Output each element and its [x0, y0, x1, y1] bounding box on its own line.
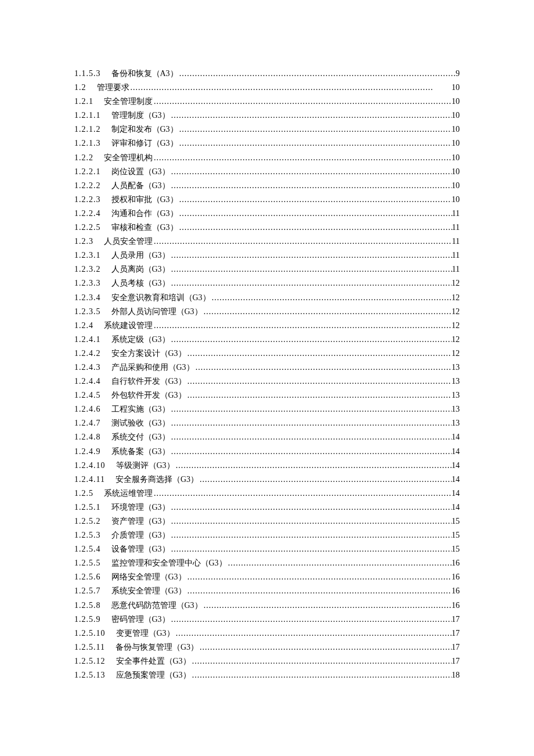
toc-number: 1.2.3	[74, 235, 93, 249]
toc-number: 1.2.3.1	[74, 249, 101, 262]
toc-number: 1.2.1	[74, 95, 93, 109]
toc-entry: 1.2.2.2人员配备（G3）.........................…	[74, 179, 460, 193]
toc-entry: 1.2.5.12安全事件处置（G3）......................…	[74, 654, 460, 668]
toc-entry: 1.2.4.1系统定级（G3）.........................…	[74, 333, 460, 347]
toc-leader-dots: ........................................…	[170, 528, 452, 542]
toc-title: 介质管理（G3）	[111, 528, 170, 542]
toc-leader-dots: ........................................…	[170, 445, 452, 459]
toc-page-number: 12	[452, 333, 460, 347]
toc-page-number: 11	[452, 262, 460, 276]
toc-leader-dots: ........................................…	[170, 613, 452, 627]
toc-entry: 1.2.3.5外部人员访问管理（G3）.....................…	[74, 305, 460, 319]
toc-page-number: 17	[452, 654, 460, 668]
toc-page-number: 11	[452, 221, 460, 235]
toc-entry: 1.2.5.10变更管理（G3）........................…	[74, 627, 460, 640]
toc-number: 1.2.5.2	[74, 514, 101, 528]
toc-page-number: 15	[452, 542, 460, 556]
toc-leader-dots: ........................................…	[178, 123, 452, 136]
toc-page-number: 16	[452, 570, 460, 584]
toc-leader-dots: ........................................…	[153, 235, 452, 249]
toc-leader-dots: ........................................…	[211, 291, 452, 305]
toc-entry: 1.2.4.2安全方案设计（G3）.......................…	[74, 347, 460, 361]
toc-number: 1.1.5.3	[74, 67, 101, 81]
toc-number: 1.2.4.7	[74, 416, 101, 430]
toc-entry: 1.2.4.9系统备案（G3）.........................…	[74, 445, 460, 459]
toc-leader-dots: ........................................…	[186, 375, 452, 388]
toc-number: 1.2.3.5	[74, 305, 101, 319]
toc-title: 授权和审批（G3）	[111, 193, 178, 207]
toc-entry: 1.2.1.1管理制度（G3）.........................…	[74, 109, 460, 123]
toc-title: 测试验收（G3）	[111, 416, 170, 430]
toc-number: 1.2.1.1	[74, 109, 101, 123]
toc-title: 人员离岗（G3）	[111, 262, 170, 276]
toc-title: 工程实施（G3）	[111, 402, 170, 416]
toc-title: 变更管理（G3）	[116, 627, 175, 640]
toc-entry: 1.2.3.3人员考核（G3）.........................…	[74, 276, 460, 290]
toc-title: 系统安全管理（G3）	[111, 584, 186, 598]
toc-leader-dots: ........................................…	[129, 81, 452, 95]
toc-leader-dots: ........................................…	[178, 136, 452, 150]
toc-entry: 1.2.4.7测试验收（G3）.........................…	[74, 416, 460, 430]
toc-entry: 1.2.3.1人员录用（G3）.........................…	[74, 249, 460, 262]
toc-leader-dots: ........................................…	[170, 501, 452, 514]
toc-leader-dots: ........................................…	[191, 654, 452, 668]
toc-entry: 1.2.5.5监控管理和安全管理中心（G3）..................…	[74, 556, 460, 570]
toc-leader-dots: ........................................…	[170, 542, 452, 556]
toc-number: 1.2.4.4	[74, 375, 101, 388]
toc-page-number: 11	[452, 235, 460, 249]
toc-leader-dots: ........................................…	[170, 249, 452, 262]
toc-title: 人员配备（G3）	[111, 179, 170, 193]
toc-title: 恶意代码防范管理（G3）	[111, 599, 203, 613]
toc-entry: 1.2.5.4设备管理（G3）.........................…	[74, 542, 460, 556]
toc-entry: 1.2.4.5外包软件开发（G3）.......................…	[74, 388, 460, 402]
toc-leader-dots: ........................................…	[186, 570, 452, 584]
toc-entry: 1.2.2安全管理机构.............................…	[74, 151, 460, 165]
toc-entry: 1.2.2.4沟通和合作（G3）........................…	[74, 207, 460, 221]
toc-page-number: 14	[452, 501, 460, 514]
toc-number: 1.2.5.6	[74, 570, 101, 584]
toc-title: 管理要求	[97, 81, 129, 95]
toc-number: 1.2.5.1	[74, 501, 101, 514]
toc-entry: 1.2.1.2制定和发布（G3）........................…	[74, 123, 460, 136]
toc-title: 制定和发布（G3）	[111, 123, 178, 136]
toc-entry: 1.2.2.1岗位设置（G3）.........................…	[74, 165, 460, 179]
toc-page-number: 11	[452, 207, 460, 221]
toc-leader-dots: ........................................…	[199, 640, 452, 654]
toc-number: 1.2.3.2	[74, 262, 101, 276]
toc-number: 1.2.4.8	[74, 430, 101, 444]
toc-title: 系统建设管理	[104, 319, 153, 333]
toc-leader-dots: ........................................…	[227, 556, 452, 570]
toc-leader-dots: ........................................…	[170, 402, 452, 416]
toc-leader-dots: ........................................…	[170, 179, 452, 193]
toc-number: 1.2.4.3	[74, 361, 101, 375]
toc-title: 产品采购和使用（G3）	[111, 361, 194, 375]
toc-leader-dots: ........................................…	[203, 599, 452, 613]
toc-page-number: 13	[452, 416, 460, 430]
toc-leader-dots: ........................................…	[178, 193, 452, 207]
toc-page-number: 12	[452, 276, 460, 290]
toc-title: 人员考核（G3）	[111, 276, 170, 290]
toc-page-number: 14	[452, 430, 460, 444]
toc-entry: 1.2管理要求.................................…	[74, 81, 460, 95]
toc-number: 1.2.5.9	[74, 613, 101, 627]
toc-entry: 1.2.5.6网络安全管理（G3）.......................…	[74, 570, 460, 584]
toc-title: 等级测评（G3）	[116, 459, 175, 473]
toc-entry: 1.2.5.9密码管理（G3）.........................…	[74, 613, 460, 627]
toc-entry: 1.2.5.13应急预案管理（G3）......................…	[74, 668, 460, 682]
toc-number: 1.2.4.5	[74, 388, 101, 402]
toc-entry: 1.2.3人员安全管理.............................…	[74, 235, 460, 249]
toc-title: 备份和恢复（A3）	[111, 67, 178, 81]
toc-page-number: 17	[452, 627, 460, 640]
toc-title: 资产管理（G3）	[111, 514, 170, 528]
toc-title: 系统备案（G3）	[111, 445, 170, 459]
toc-entry: 1.2.5.1环境管理（G3）.........................…	[74, 501, 460, 514]
toc-entry: 1.2.3.2人员离岗（G3）.........................…	[74, 262, 460, 276]
toc-entry: 1.1.5.3备份和恢复（A3）........................…	[74, 67, 460, 81]
toc-number: 1.2.2.3	[74, 193, 101, 207]
toc-page-number: 10	[452, 179, 460, 193]
toc-title: 管理制度（G3）	[111, 109, 170, 123]
toc-title: 外部人员访问管理（G3）	[111, 305, 203, 319]
toc-title: 沟通和合作（G3）	[111, 207, 178, 221]
toc-title: 网络安全管理（G3）	[111, 570, 186, 584]
toc-page-number: 14	[452, 459, 460, 473]
